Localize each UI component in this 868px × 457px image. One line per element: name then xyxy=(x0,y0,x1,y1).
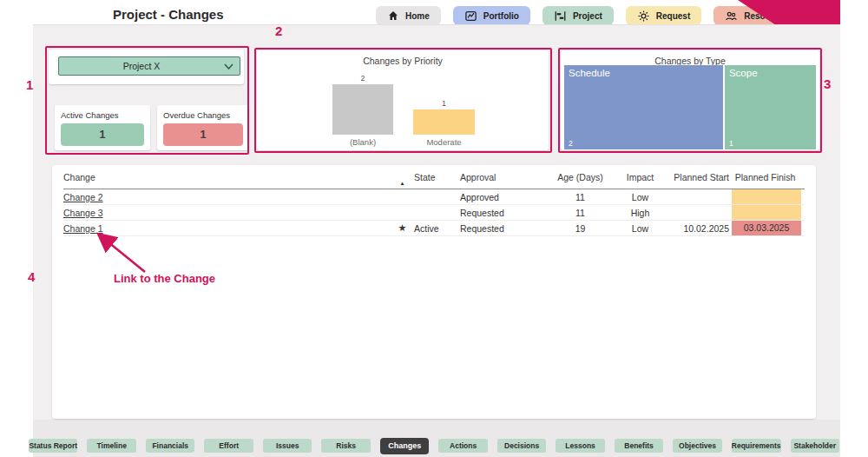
gantt-icon xyxy=(554,10,567,23)
cell-impact: Low xyxy=(618,223,662,234)
kpi-value: 1 xyxy=(163,123,243,146)
annotation-number-4: 4 xyxy=(28,269,35,284)
portfolio-chart-icon xyxy=(464,10,477,23)
project-selector-value: Project X xyxy=(123,61,161,71)
tab-actions[interactable]: Actions xyxy=(438,439,487,453)
cell-age: 19 xyxy=(542,223,618,234)
treemap-value: 1 xyxy=(729,139,733,148)
bar-slot-blank: 2 xyxy=(332,73,393,135)
change-link[interactable]: Change 2 xyxy=(63,192,103,202)
chevron-down-icon xyxy=(224,63,233,70)
nav-project-button[interactable]: Project xyxy=(542,6,614,25)
nav-portfolio-button[interactable]: Portfolio xyxy=(453,6,530,25)
kpi-card-active-changes: Active Changes 1 xyxy=(55,105,150,150)
cell-change: Change 3 xyxy=(63,208,391,218)
table-row: Change 1 ★ Active Requested 19 Low 10.02… xyxy=(63,221,805,236)
kpi-value: 1 xyxy=(61,123,144,146)
cell-approval: Approved xyxy=(460,192,542,202)
bar-data-label: 2 xyxy=(360,74,365,83)
nav-label: Home xyxy=(405,11,430,21)
treemap: Schedule 2 Scope 1 xyxy=(564,65,816,149)
table-row: Change 3 Requested 11 High xyxy=(63,205,805,221)
top-navigation: Home Portfolio Project Request Resource xyxy=(376,6,795,25)
home-icon xyxy=(387,10,399,22)
chart-title: Changes by Priority xyxy=(257,50,549,66)
nav-label: Project xyxy=(573,11,602,21)
treemap-block-schedule[interactable]: Schedule 2 xyxy=(564,65,723,149)
annotation-number-3: 3 xyxy=(824,76,831,91)
cell-impact: Low xyxy=(618,192,662,202)
tab-status-report[interactable]: Status Report xyxy=(29,439,77,453)
planned-finish-highlight xyxy=(732,189,801,204)
column-header-planned-finish[interactable]: Planned Finish xyxy=(729,172,801,182)
report-page-tabs: Status Report Timeline Financials Effort… xyxy=(29,439,839,454)
cell-impact: High xyxy=(618,208,662,218)
tab-stakeholder[interactable]: Stakeholder xyxy=(791,439,839,453)
annotation-arrow xyxy=(92,229,153,276)
bar-blank[interactable] xyxy=(332,84,393,135)
treemap-value: 2 xyxy=(569,139,573,148)
project-selector[interactable]: Project X xyxy=(58,56,240,76)
sort-ascending-icon: ▲ xyxy=(391,181,414,189)
kpi-label: Active Changes xyxy=(61,110,144,120)
planned-finish-highlight xyxy=(732,205,801,220)
table-row: Change 2 Approved 11 Low xyxy=(63,189,805,205)
tab-benefits[interactable]: Benefits xyxy=(615,439,663,453)
tab-financials[interactable]: Financials xyxy=(146,439,194,453)
sun-icon xyxy=(637,10,650,23)
bar-data-label: 1 xyxy=(442,99,446,108)
nav-home-button[interactable]: Home xyxy=(376,6,441,25)
tab-lessons[interactable]: Lessons xyxy=(556,439,604,453)
cell-approval: Requested xyxy=(460,223,542,234)
annotation-number-2: 2 xyxy=(275,23,282,38)
cell-planned-finish: 03.03.2025 xyxy=(729,221,801,235)
x-axis-label-moderate: Moderate xyxy=(413,137,475,147)
star-icon: ★ xyxy=(391,222,414,234)
annotation-number-1: 1 xyxy=(26,77,33,92)
kpi-card-overdue-changes: Overdue Changes 1 xyxy=(157,105,249,150)
treemap-block-scope[interactable]: Scope 1 xyxy=(725,65,816,149)
cell-planned-finish xyxy=(729,205,801,220)
nav-request-button[interactable]: Request xyxy=(626,6,701,25)
column-header-impact[interactable]: Impact xyxy=(618,172,662,182)
column-header-approval[interactable]: Approval xyxy=(460,172,542,182)
treemap-label: Schedule xyxy=(564,65,723,81)
column-header-change[interactable]: Change xyxy=(63,172,391,182)
table-header-row: Change ▲ State Approval Age (Days) Impac… xyxy=(63,165,805,189)
nav-label: Request xyxy=(656,11,690,21)
cell-age: 11 xyxy=(542,208,618,218)
column-header-state[interactable]: State xyxy=(414,172,460,182)
nav-label: Portfolio xyxy=(483,11,519,21)
cell-planned-start: 10.02.2025 xyxy=(662,223,729,234)
tab-timeline[interactable]: Timeline xyxy=(87,439,135,453)
tab-changes[interactable]: Changes xyxy=(380,438,429,454)
tab-objectives[interactable]: Objectives xyxy=(673,439,721,453)
x-axis-label-blank: (Blank) xyxy=(332,137,393,147)
page-title: Project - Changes xyxy=(113,7,224,22)
tab-issues[interactable]: Issues xyxy=(263,439,312,453)
cell-planned-finish xyxy=(729,189,801,204)
tab-decisions[interactable]: Decisions xyxy=(497,439,546,453)
bar-moderate[interactable] xyxy=(413,109,475,135)
cell-change: Change 2 xyxy=(63,192,391,202)
column-header-planned-start[interactable]: Planned Start xyxy=(662,172,729,182)
people-icon xyxy=(725,10,738,23)
tab-requirements[interactable]: Requirements xyxy=(732,439,781,453)
treemap-label: Scope xyxy=(725,65,816,81)
bar-slot-moderate: 1 xyxy=(413,73,475,135)
cell-state: Active xyxy=(414,223,460,234)
change-link[interactable]: Change 3 xyxy=(63,208,103,218)
cell-approval: Requested xyxy=(460,208,542,218)
cell-age: 11 xyxy=(542,192,618,202)
changes-table: Change ▲ State Approval Age (Days) Impac… xyxy=(52,165,816,236)
changes-table-card: Change ▲ State Approval Age (Days) Impac… xyxy=(52,165,816,419)
tab-effort[interactable]: Effort xyxy=(204,439,253,453)
column-header-age[interactable]: Age (Days) xyxy=(542,172,618,182)
kpi-label: Overdue Changes xyxy=(163,110,243,120)
tab-risks[interactable]: Risks xyxy=(321,439,370,453)
changes-by-priority-chart: Changes by Priority xyxy=(257,50,549,150)
planned-finish-highlight: 03.03.2025 xyxy=(732,221,801,235)
chart-title: Changes by Type xyxy=(561,50,819,66)
